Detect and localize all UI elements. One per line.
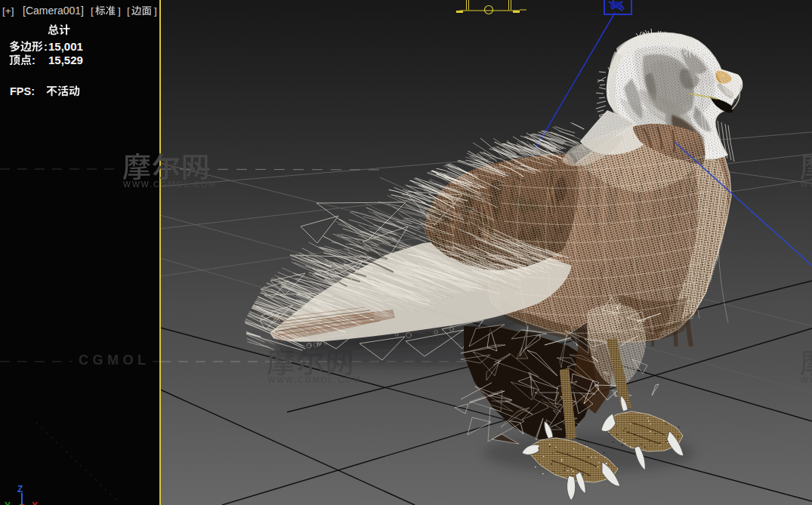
svg-text:]: ] (154, 5, 157, 17)
svg-text::: : (32, 54, 36, 66)
svg-text:]: ] (118, 5, 121, 17)
svg-text:15,001: 15,001 (48, 40, 83, 53)
svg-text:[+]: [+] (2, 5, 14, 17)
svg-text:CGMOL: CGMOL (79, 353, 150, 368)
svg-text:Z: Z (17, 484, 23, 494)
svg-text:FPS:: FPS: (10, 85, 35, 97)
svg-text:X: X (32, 500, 38, 505)
svg-text:WWW.CGMOL.COM: WWW.CGMOL.COM (123, 180, 217, 189)
svg-text:[Camera001]: [Camera001] (23, 5, 84, 17)
svg-text:WWW.CGMOL.COM: WWW.CGMOL.COM (801, 180, 812, 189)
svg-text:[: [ (91, 5, 94, 17)
svg-text:Y: Y (5, 500, 11, 505)
svg-text:[: [ (127, 5, 130, 17)
svg-text:15,529: 15,529 (48, 54, 83, 66)
svg-text::: : (44, 41, 48, 53)
